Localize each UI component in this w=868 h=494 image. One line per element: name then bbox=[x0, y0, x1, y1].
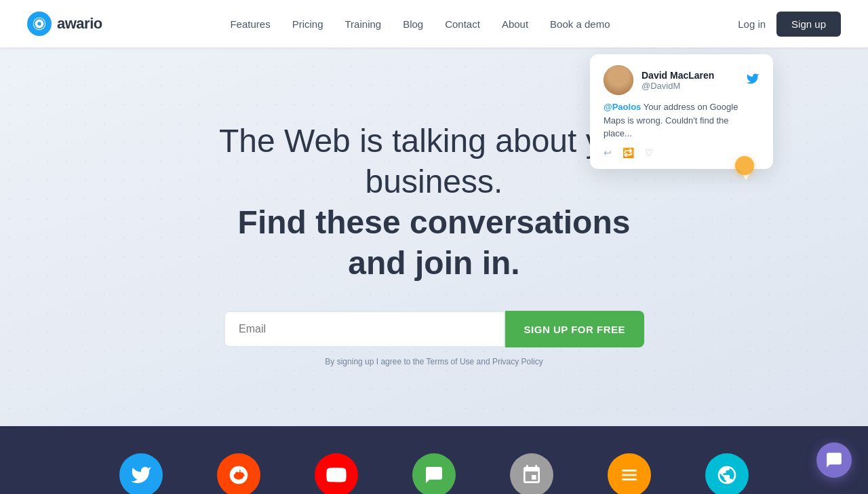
email-input[interactable] bbox=[224, 311, 505, 347]
nav-links: Features Pricing Training Blog Contact A… bbox=[230, 18, 610, 30]
svg-point-2 bbox=[37, 22, 41, 26]
hero-form: SIGN UP FOR FREE bbox=[224, 311, 644, 347]
nav-blog[interactable]: Blog bbox=[403, 18, 423, 30]
logo-text: awario bbox=[57, 15, 102, 33]
social-youtube[interactable] bbox=[315, 453, 358, 494]
reddit-footer-icon bbox=[228, 464, 250, 486]
login-button[interactable]: Log in bbox=[738, 18, 766, 30]
tweet-user-info: David MacLaren @DavidM bbox=[642, 70, 714, 91]
retweet-icon: 🔁 bbox=[623, 147, 634, 158]
news-footer-icon bbox=[618, 464, 640, 486]
tweet-actions: ↩ 🔁 ♡ bbox=[604, 147, 760, 158]
hero-line1: The Web is talking about your business. bbox=[219, 123, 649, 200]
like-icon: ♡ bbox=[645, 147, 654, 158]
twitter-svg bbox=[746, 72, 760, 86]
tweet-name: David MacLaren bbox=[642, 70, 714, 81]
web-footer-icon bbox=[716, 464, 738, 486]
tweet-header: David MacLaren @DavidM bbox=[604, 65, 760, 95]
terms-content: By signing up I agree to the Terms of Us… bbox=[325, 357, 542, 366]
navbar: awario Features Pricing Training Blog Co… bbox=[0, 0, 868, 48]
twitter-icon bbox=[746, 72, 760, 88]
avatar-face bbox=[604, 65, 633, 95]
social-web[interactable] bbox=[705, 453, 749, 494]
signup-button[interactable]: Sign up bbox=[776, 12, 841, 37]
tweet-mention: @Paolos bbox=[604, 102, 641, 112]
cursor-dot bbox=[735, 156, 754, 175]
chat-bubble-button[interactable] bbox=[816, 442, 852, 478]
chat-green-footer-icon bbox=[423, 464, 445, 486]
nav-pricing[interactable]: Pricing bbox=[292, 18, 323, 30]
nav-contact[interactable]: Contact bbox=[445, 18, 480, 30]
footer-strip bbox=[0, 426, 868, 494]
hero-section: David MacLaren @DavidM @Paolos Your addr… bbox=[0, 0, 868, 426]
youtube-footer-icon bbox=[326, 464, 347, 486]
nav-features[interactable]: Features bbox=[230, 18, 270, 30]
nav-book-demo[interactable]: Book a demo bbox=[550, 18, 610, 30]
nav-about[interactable]: About bbox=[502, 18, 528, 30]
terms-text: By signing up I agree to the Terms of Us… bbox=[210, 357, 658, 366]
social-chat-green[interactable] bbox=[412, 453, 456, 494]
tweet-handle: @DavidM bbox=[642, 81, 714, 91]
nav-training[interactable]: Training bbox=[345, 18, 382, 30]
social-news[interactable] bbox=[608, 453, 651, 494]
twitter-footer-icon bbox=[130, 464, 152, 486]
social-chat-gray[interactable] bbox=[510, 453, 553, 494]
social-reddit[interactable] bbox=[217, 453, 260, 494]
logo-link[interactable]: awario bbox=[27, 12, 102, 36]
reply-icon: ↩ bbox=[604, 147, 612, 158]
hero-line2: Find these conversations and join in. bbox=[210, 202, 658, 284]
social-twitter[interactable] bbox=[119, 453, 163, 494]
nav-actions: Log in Sign up bbox=[738, 12, 841, 37]
tweet-card: David MacLaren @DavidM @Paolos Your addr… bbox=[590, 54, 773, 169]
logo-icon bbox=[27, 12, 52, 36]
logo-svg bbox=[32, 16, 47, 31]
chat-gray-footer-icon bbox=[521, 464, 542, 486]
tweet-body: @Paolos Your address on Google Maps is w… bbox=[604, 100, 760, 140]
chat-bubble-icon bbox=[825, 451, 843, 469]
signup-cta-button[interactable]: SIGN UP FOR FREE bbox=[505, 311, 644, 347]
avatar bbox=[604, 65, 633, 95]
